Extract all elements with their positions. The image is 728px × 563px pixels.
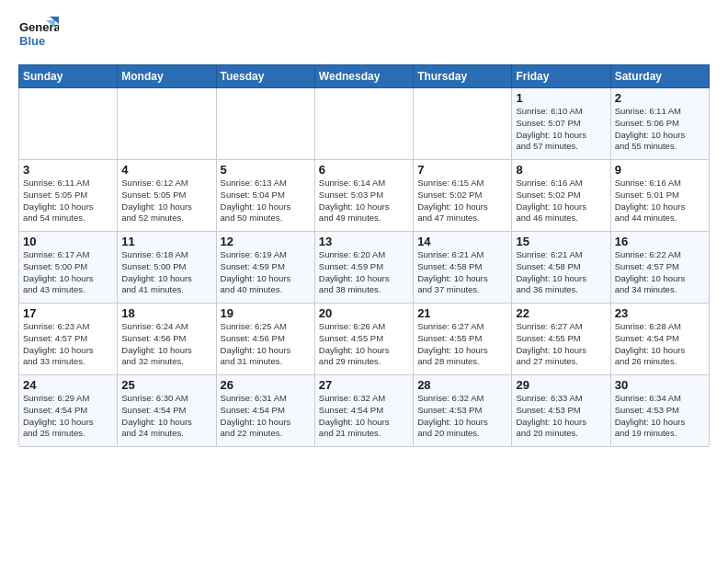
day-info: Sunrise: 6:20 AM Sunset: 4:59 PM Dayligh… [319, 249, 409, 296]
day-cell: 9Sunrise: 6:16 AM Sunset: 5:01 PM Daylig… [610, 160, 709, 232]
day-cell: 10Sunrise: 6:17 AM Sunset: 5:00 PM Dayli… [19, 232, 118, 304]
header: General Blue [18, 15, 710, 55]
day-number: 2 [615, 91, 705, 105]
day-number: 8 [516, 163, 606, 177]
day-info: Sunrise: 6:15 AM Sunset: 5:02 PM Dayligh… [417, 178, 507, 224]
day-cell: 14Sunrise: 6:21 AM Sunset: 4:58 PM Dayli… [414, 232, 512, 304]
calendar-table: SundayMondayTuesdayWednesdayThursdayFrid… [18, 64, 710, 447]
day-info: Sunrise: 6:24 AM Sunset: 4:56 PM Dayligh… [121, 321, 211, 368]
day-info: Sunrise: 6:16 AM Sunset: 5:02 PM Dayligh… [516, 178, 606, 224]
day-number: 4 [121, 163, 211, 177]
day-number: 17 [23, 306, 113, 320]
day-number: 5 [221, 163, 311, 177]
day-cell [414, 88, 512, 160]
day-info: Sunrise: 6:10 AM Sunset: 5:07 PM Dayligh… [516, 106, 606, 153]
day-cell: 4Sunrise: 6:12 AM Sunset: 5:05 PM Daylig… [118, 160, 216, 232]
header-saturday: Saturday [610, 65, 709, 88]
day-number: 9 [615, 163, 705, 177]
day-number: 1 [516, 91, 606, 105]
logo: General Blue [18, 15, 59, 55]
day-info: Sunrise: 6:13 AM Sunset: 5:04 PM Dayligh… [221, 178, 311, 224]
day-number: 23 [615, 306, 705, 320]
day-number: 12 [221, 235, 311, 248]
day-cell: 21Sunrise: 6:27 AM Sunset: 4:55 PM Dayli… [414, 304, 512, 375]
day-info: Sunrise: 6:14 AM Sunset: 5:03 PM Dayligh… [319, 178, 409, 224]
day-cell: 16Sunrise: 6:22 AM Sunset: 4:57 PM Dayli… [610, 232, 709, 304]
day-cell: 2Sunrise: 6:11 AM Sunset: 5:06 PM Daylig… [610, 88, 709, 160]
day-info: Sunrise: 6:25 AM Sunset: 4:56 PM Dayligh… [221, 321, 311, 368]
day-cell: 12Sunrise: 6:19 AM Sunset: 4:59 PM Dayli… [216, 232, 314, 304]
header-wednesday: Wednesday [314, 65, 413, 88]
week-row-0: 1Sunrise: 6:10 AM Sunset: 5:07 PM Daylig… [19, 88, 710, 160]
day-cell: 19Sunrise: 6:25 AM Sunset: 4:56 PM Dayli… [216, 304, 314, 375]
day-info: Sunrise: 6:29 AM Sunset: 4:54 PM Dayligh… [23, 393, 113, 440]
day-number: 6 [319, 163, 409, 177]
day-number: 25 [121, 378, 211, 392]
day-info: Sunrise: 6:21 AM Sunset: 4:58 PM Dayligh… [516, 249, 606, 296]
day-cell: 30Sunrise: 6:34 AM Sunset: 4:53 PM Dayli… [610, 375, 709, 447]
day-cell: 13Sunrise: 6:20 AM Sunset: 4:59 PM Dayli… [314, 232, 413, 304]
day-info: Sunrise: 6:11 AM Sunset: 5:06 PM Dayligh… [615, 106, 705, 153]
day-number: 16 [615, 235, 705, 248]
day-number: 30 [615, 378, 705, 392]
header-sunday: Sunday [19, 65, 118, 88]
day-info: Sunrise: 6:18 AM Sunset: 5:00 PM Dayligh… [121, 249, 211, 296]
day-info: Sunrise: 6:23 AM Sunset: 4:57 PM Dayligh… [23, 321, 113, 368]
day-info: Sunrise: 6:17 AM Sunset: 5:00 PM Dayligh… [23, 249, 113, 296]
day-cell: 26Sunrise: 6:31 AM Sunset: 4:54 PM Dayli… [216, 375, 314, 447]
day-cell [19, 88, 118, 160]
day-cell: 27Sunrise: 6:32 AM Sunset: 4:54 PM Dayli… [314, 375, 413, 447]
day-cell: 29Sunrise: 6:33 AM Sunset: 4:53 PM Dayli… [512, 375, 610, 447]
day-number: 27 [319, 378, 409, 392]
header-thursday: Thursday [414, 65, 512, 88]
day-cell: 25Sunrise: 6:30 AM Sunset: 4:54 PM Dayli… [118, 375, 216, 447]
day-number: 28 [417, 378, 507, 392]
day-number: 29 [516, 378, 606, 392]
header-monday: Monday [118, 65, 216, 88]
day-info: Sunrise: 6:30 AM Sunset: 4:54 PM Dayligh… [121, 393, 211, 440]
day-cell: 20Sunrise: 6:26 AM Sunset: 4:55 PM Dayli… [314, 304, 413, 375]
day-cell: 3Sunrise: 6:11 AM Sunset: 5:05 PM Daylig… [19, 160, 118, 232]
day-cell: 17Sunrise: 6:23 AM Sunset: 4:57 PM Dayli… [19, 304, 118, 375]
day-info: Sunrise: 6:21 AM Sunset: 4:58 PM Dayligh… [417, 249, 507, 296]
day-info: Sunrise: 6:32 AM Sunset: 4:53 PM Dayligh… [417, 393, 507, 440]
day-info: Sunrise: 6:28 AM Sunset: 4:54 PM Dayligh… [615, 321, 705, 368]
day-info: Sunrise: 6:12 AM Sunset: 5:05 PM Dayligh… [121, 178, 211, 224]
day-number: 18 [121, 306, 211, 320]
day-info: Sunrise: 6:32 AM Sunset: 4:54 PM Dayligh… [319, 393, 409, 440]
day-number: 20 [319, 306, 409, 320]
day-cell: 18Sunrise: 6:24 AM Sunset: 4:56 PM Dayli… [118, 304, 216, 375]
week-row-4: 24Sunrise: 6:29 AM Sunset: 4:54 PM Dayli… [19, 375, 710, 447]
day-info: Sunrise: 6:27 AM Sunset: 4:55 PM Dayligh… [516, 321, 606, 368]
header-friday: Friday [512, 65, 610, 88]
day-number: 26 [221, 378, 311, 392]
day-info: Sunrise: 6:34 AM Sunset: 4:53 PM Dayligh… [615, 393, 705, 440]
day-cell: 8Sunrise: 6:16 AM Sunset: 5:02 PM Daylig… [512, 160, 610, 232]
day-info: Sunrise: 6:19 AM Sunset: 4:59 PM Dayligh… [221, 249, 311, 296]
day-cell: 11Sunrise: 6:18 AM Sunset: 5:00 PM Dayli… [118, 232, 216, 304]
day-number: 14 [417, 235, 507, 248]
day-number: 22 [516, 306, 606, 320]
day-cell: 5Sunrise: 6:13 AM Sunset: 5:04 PM Daylig… [216, 160, 314, 232]
day-cell: 7Sunrise: 6:15 AM Sunset: 5:02 PM Daylig… [414, 160, 512, 232]
day-cell: 15Sunrise: 6:21 AM Sunset: 4:58 PM Dayli… [512, 232, 610, 304]
day-cell: 28Sunrise: 6:32 AM Sunset: 4:53 PM Dayli… [414, 375, 512, 447]
week-row-1: 3Sunrise: 6:11 AM Sunset: 5:05 PM Daylig… [19, 160, 710, 232]
day-info: Sunrise: 6:16 AM Sunset: 5:01 PM Dayligh… [615, 178, 705, 224]
day-cell: 24Sunrise: 6:29 AM Sunset: 4:54 PM Dayli… [19, 375, 118, 447]
day-cell: 22Sunrise: 6:27 AM Sunset: 4:55 PM Dayli… [512, 304, 610, 375]
logo-svg: General Blue [18, 15, 59, 55]
day-info: Sunrise: 6:33 AM Sunset: 4:53 PM Dayligh… [516, 393, 606, 440]
day-info: Sunrise: 6:11 AM Sunset: 5:05 PM Dayligh… [23, 178, 113, 224]
day-cell: 23Sunrise: 6:28 AM Sunset: 4:54 PM Dayli… [610, 304, 709, 375]
day-number: 24 [23, 378, 113, 392]
week-row-3: 17Sunrise: 6:23 AM Sunset: 4:57 PM Dayli… [19, 304, 710, 375]
day-info: Sunrise: 6:31 AM Sunset: 4:54 PM Dayligh… [221, 393, 311, 440]
day-number: 19 [221, 306, 311, 320]
day-number: 10 [23, 235, 113, 248]
day-number: 21 [417, 306, 507, 320]
day-info: Sunrise: 6:27 AM Sunset: 4:55 PM Dayligh… [417, 321, 507, 368]
day-number: 15 [516, 235, 606, 248]
day-cell [216, 88, 314, 160]
day-cell: 6Sunrise: 6:14 AM Sunset: 5:03 PM Daylig… [314, 160, 413, 232]
